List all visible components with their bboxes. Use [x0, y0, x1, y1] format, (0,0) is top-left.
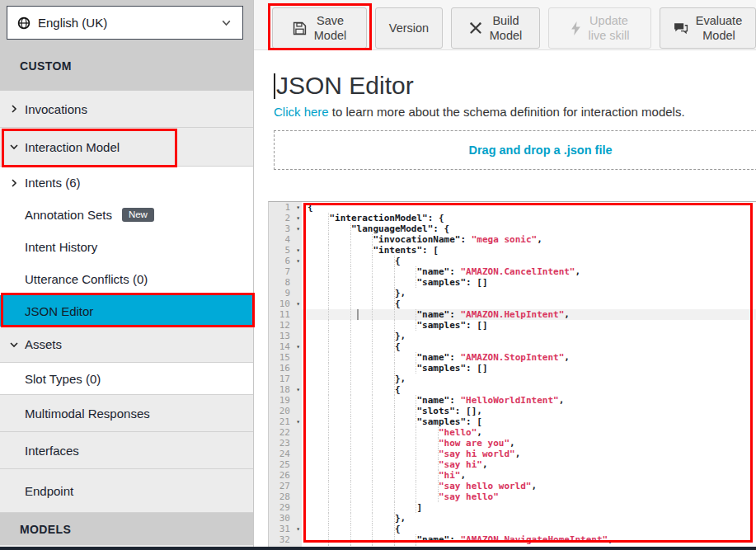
code-line[interactable]: { — [302, 341, 756, 352]
json-dropzone[interactable]: Drag and drop a .json file — [274, 130, 756, 170]
line-number: 10▾ — [269, 299, 302, 309]
section-header-custom: CUSTOM — [0, 41, 253, 91]
code-line[interactable]: }, — [302, 331, 756, 341]
line-number: 27 — [269, 481, 302, 491]
line-number: 29 — [269, 502, 302, 513]
save-icon — [293, 21, 307, 35]
language-selector[interactable]: English (UK) — [7, 6, 243, 40]
line-number: 16 — [269, 363, 302, 374]
code-line[interactable]: { — [302, 299, 756, 309]
sidebar-item-label: Multimodal Responses — [25, 407, 150, 421]
build-model-button[interactable]: Build Model — [451, 7, 540, 49]
sidebar-item-slot-types-0[interactable]: Slot Types (0) — [0, 363, 253, 395]
line-number: 17 — [269, 374, 302, 384]
bolt-icon — [571, 21, 581, 35]
code-line[interactable]: }, — [302, 374, 756, 384]
code-line[interactable]: "say hi", — [302, 459, 756, 470]
sidebar: English (UK) CUSTOM InvocationsInteracti… — [0, 0, 254, 550]
fold-arrow-icon[interactable]: ▾ — [296, 256, 300, 266]
page-subtitle: Click here to learn more about the schem… — [274, 105, 756, 119]
code-line[interactable]: "how are you", — [302, 438, 756, 449]
chevron-down-icon[interactable] — [8, 141, 25, 153]
button-label: Build Model — [490, 13, 523, 43]
sidebar-item-interfaces[interactable]: Interfaces — [0, 432, 253, 469]
code-line[interactable]: }, — [302, 513, 756, 524]
page-title: JSON Editor — [274, 72, 756, 100]
code-line[interactable]: "say hi world", — [302, 449, 756, 459]
line-number: 11 — [269, 309, 302, 320]
code-line[interactable]: { — [302, 202, 756, 213]
fold-arrow-icon[interactable]: ▾ — [296, 299, 300, 309]
code-line[interactable]: "name": "AMAZON.HelpIntent", — [302, 309, 756, 320]
line-number: 31▾ — [269, 524, 302, 534]
code-line[interactable]: "name": "HelloWorldIntent", — [302, 395, 756, 406]
language-band: English (UK) — [0, 0, 253, 41]
line-number: 13 — [269, 331, 302, 341]
editor-gutter: 1▾2▾3▾45▾6▾78910▾11121314▾15161718▾19202… — [269, 202, 302, 550]
code-line[interactable]: { — [302, 384, 756, 395]
chevron-right-icon[interactable] — [8, 177, 25, 189]
section-header-models: MODELS — [0, 513, 253, 545]
subtitle-text: to learn more about the schema definitio… — [329, 105, 685, 119]
fold-arrow-icon[interactable]: ▾ — [296, 341, 300, 352]
sidebar-item-endpoint[interactable]: Endpoint — [0, 469, 253, 513]
code-line[interactable]: "intents": [ — [302, 245, 756, 256]
code-line[interactable]: "name": "AMAZON.CancelIntent", — [302, 266, 756, 277]
code-line[interactable]: }, — [302, 288, 756, 299]
fold-arrow-icon[interactable]: ▾ — [296, 245, 300, 256]
sidebar-item-interaction-model[interactable]: Interaction Model — [0, 128, 253, 167]
button-label: Evaluate Model — [696, 13, 742, 43]
code-line[interactable]: "slots": [], — [302, 406, 756, 416]
code-line[interactable]: ] — [302, 502, 756, 513]
code-line[interactable]: "interactionModel": { — [302, 213, 756, 223]
sidebar-item-label: Interaction Model — [25, 140, 120, 154]
save-model-button[interactable]: Save Model — [272, 7, 367, 49]
fold-arrow-icon[interactable]: ▾ — [296, 384, 300, 395]
sidebar-item-label: Intent History — [25, 240, 97, 254]
fold-arrow-icon[interactable]: ▾ — [296, 202, 300, 213]
code-line[interactable]: "samples": [] — [302, 277, 756, 288]
sidebar-item-utterance-conflicts-0[interactable]: Utterance Conflicts (0) — [0, 262, 253, 295]
sidebar-item-label: Utterance Conflicts (0) — [25, 272, 148, 286]
line-number: 3▾ — [269, 223, 302, 234]
evaluate-model-button[interactable]: Evaluate Model — [660, 7, 756, 49]
fold-arrow-icon[interactable]: ▾ — [296, 223, 300, 234]
sidebar-item-intent-history[interactable]: Intent History — [0, 231, 253, 262]
fold-arrow-icon[interactable]: ▾ — [296, 213, 300, 223]
code-line[interactable]: "say hello world", — [302, 481, 756, 491]
code-line[interactable]: "hi", — [302, 470, 756, 481]
version-button[interactable]: Version — [375, 7, 443, 49]
chevron-down-icon — [220, 16, 232, 29]
sidebar-item-intents-6[interactable]: Intents (6) — [0, 167, 253, 199]
code-line[interactable]: "languageModel": { — [302, 223, 756, 234]
code-line[interactable]: "samples": [] — [302, 363, 756, 374]
code-line[interactable]: "say hello" — [302, 491, 756, 502]
sidebar-nav: InvocationsInteraction ModelIntents (6)A… — [0, 91, 253, 513]
code-line[interactable]: { — [302, 256, 756, 266]
code-line[interactable]: "hello", — [302, 427, 756, 438]
code-line[interactable]: "samples": [ — [302, 416, 756, 427]
sidebar-item-json-editor[interactable]: JSON Editor — [0, 295, 253, 327]
line-number: 15 — [269, 352, 302, 363]
code-line[interactable]: "name": "AMAZON.NavigateHomeIntent", — [302, 534, 756, 545]
chevron-down-icon[interactable] — [8, 339, 25, 350]
code-line[interactable]: { — [302, 524, 756, 534]
sidebar-item-label: Assets — [25, 337, 62, 351]
update-live-skill-button[interactable]: Update live skill — [548, 7, 651, 49]
code-line[interactable]: "samples": [] — [302, 320, 756, 331]
line-number: 22 — [269, 427, 302, 438]
click-here-link[interactable]: Click here — [274, 105, 329, 119]
sidebar-item-assets[interactable]: Assets — [0, 327, 253, 363]
button-label: Version — [389, 21, 429, 35]
sidebar-item-invocations[interactable]: Invocations — [0, 91, 253, 128]
fold-arrow-icon[interactable]: ▾ — [296, 524, 300, 534]
build-icon — [469, 21, 482, 35]
chevron-right-icon[interactable] — [8, 103, 25, 115]
code-line[interactable]: "invocationName": "mega sonic", — [302, 234, 756, 245]
sidebar-item-annotation-sets[interactable]: Annotation SetsNew — [0, 199, 253, 231]
sidebar-item-multimodal-responses[interactable]: Multimodal Responses — [0, 395, 253, 432]
code-line[interactable]: "name": "AMAZON.StopIntent", — [302, 352, 756, 363]
json-code-editor[interactable]: 1▾2▾3▾45▾6▾78910▾11121314▾15161718▾19202… — [268, 201, 756, 550]
fold-arrow-icon[interactable]: ▾ — [296, 416, 300, 427]
editor-code[interactable]: {"interactionModel": {"languageModel": {… — [302, 202, 756, 550]
